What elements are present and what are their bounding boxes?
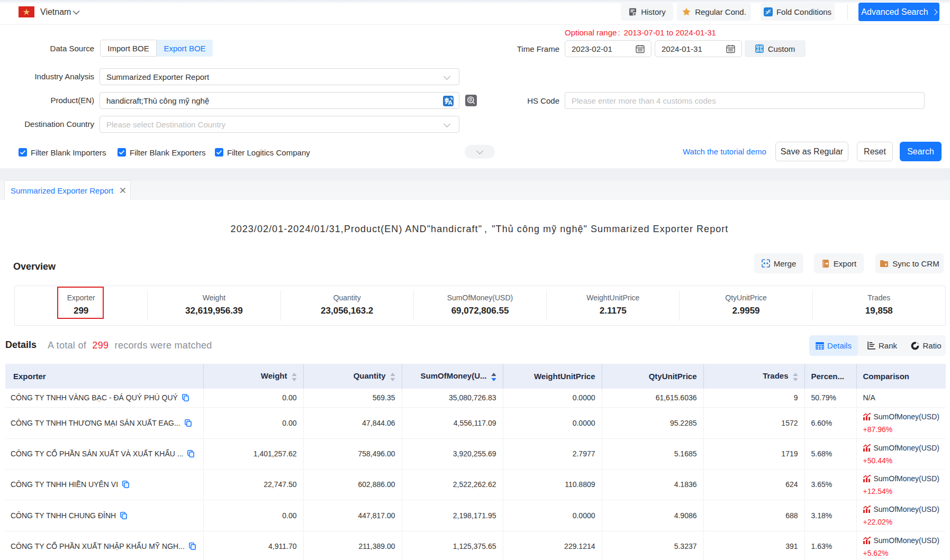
svg-text:A: A bbox=[448, 99, 452, 106]
